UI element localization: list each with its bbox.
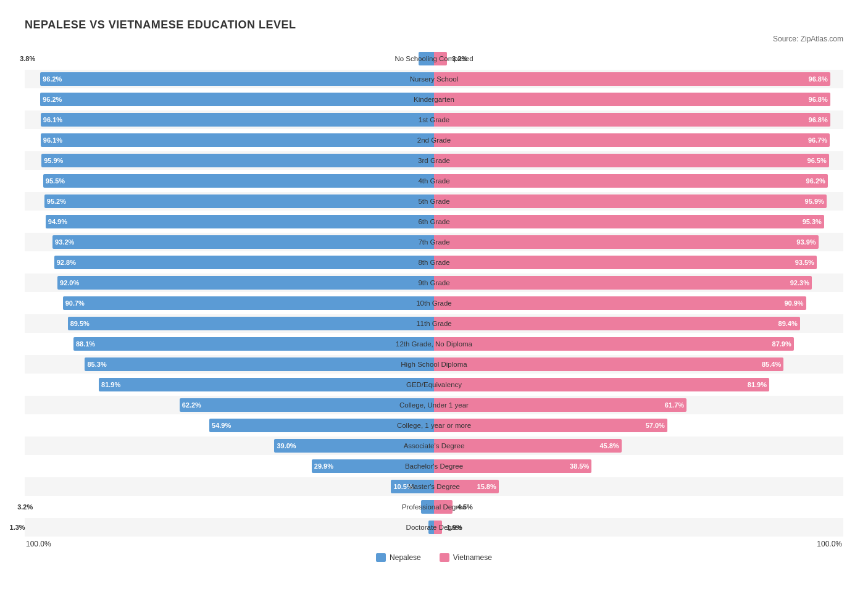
bar-value-right: 85.4% (762, 361, 781, 368)
bar-right: 96.5% (434, 154, 829, 167)
table-row: 54.9%College, 1 year or more57.0% (25, 416, 843, 435)
bar-value-left: 94.9% (48, 218, 67, 225)
right-section: 96.5% (434, 151, 843, 170)
bar-value-right: 96.5% (807, 157, 827, 164)
table-row: 81.9%GED/Equivalency81.9% (25, 375, 843, 394)
bar-right: 96.2% (434, 174, 828, 188)
bar-value-left: 93.2% (55, 238, 74, 246)
bar-right: 15.8% (434, 480, 499, 493)
bar-value-left: 89.5% (70, 320, 90, 327)
bar-value-right: 95.3% (803, 218, 822, 225)
left-section: 96.1% (25, 131, 434, 149)
left-section: 54.9% (25, 416, 434, 435)
left-section: 81.9% (25, 375, 434, 394)
bar-left: 90.7% (63, 296, 434, 310)
bar-value-right: 96.2% (806, 177, 825, 185)
bar-value-left: 92.0% (60, 279, 79, 286)
bar-left: 92.8% (54, 256, 434, 269)
right-section: 85.4% (434, 355, 843, 374)
table-row: 96.1%1st Grade96.8% (25, 111, 843, 129)
bar-right: 57.0% (434, 419, 667, 432)
bar-left: 96.1% (41, 113, 434, 127)
bar-value-left: 39.0% (277, 442, 296, 449)
table-row: 96.2%Kindergarten96.8% (25, 90, 843, 109)
bar-right: 95.9% (434, 194, 827, 208)
bar-value-left: 95.5% (46, 177, 65, 185)
bar-left: 39.0% (274, 439, 434, 453)
bar-value-right: 89.4% (778, 320, 798, 327)
right-section: 95.9% (434, 192, 843, 211)
bar-value-right: 38.5% (570, 462, 589, 470)
bar-right (434, 500, 453, 514)
left-section: 10.5% (25, 477, 434, 496)
table-row: 3.2%Professional Degree4.5% (25, 498, 843, 516)
bar-left: 95.9% (41, 154, 434, 167)
right-section: 89.4% (434, 314, 843, 333)
bar-left: 96.1% (41, 133, 434, 147)
table-row: 96.2%Nursery School96.8% (25, 70, 843, 88)
bar-value-left: 95.9% (44, 157, 63, 164)
left-section: 95.5% (25, 172, 434, 190)
bar-value-right: 90.9% (784, 299, 803, 307)
bar-right: 38.5% (434, 459, 591, 473)
left-section: 96.2% (25, 90, 434, 109)
axis-left: 100.0% (25, 540, 434, 548)
chart-container: NEPALESE VS VIETNAMESE EDUCATION LEVEL S… (12, 12, 856, 568)
bar-left: 92.0% (57, 276, 434, 290)
table-row: 85.3%High School Diploma85.4% (25, 355, 843, 374)
bar-value-left: 95.2% (47, 198, 66, 205)
bar-value-left: 96.1% (43, 116, 62, 123)
right-section: 93.9% (434, 233, 843, 251)
right-section: 95.3% (434, 212, 843, 231)
bar-value-left: 96.2% (43, 96, 62, 103)
bar-left (421, 500, 434, 514)
bar-value-left: 92.8% (57, 259, 76, 266)
bar-right: 96.8% (434, 72, 830, 86)
bar-right: 96.7% (434, 133, 830, 147)
bar-left (419, 52, 434, 65)
right-section: 81.9% (434, 375, 843, 394)
table-row: 92.0%9th Grade92.3% (25, 274, 843, 292)
right-section: 15.8% (434, 477, 843, 496)
left-section: 39.0% (25, 437, 434, 455)
legend-nepalese-label: Nepalese (390, 553, 421, 562)
bar-left: 95.5% (43, 174, 434, 188)
bar-right: 96.8% (434, 113, 830, 127)
source-line: Source: ZipAtlas.com (25, 35, 843, 43)
chart-title: NEPALESE VS VIETNAMESE EDUCATION LEVEL (25, 19, 843, 31)
bar-right: 81.9% (434, 378, 769, 391)
legend-vietnamese-label: Vietnamese (453, 553, 492, 562)
bar-left: 96.2% (40, 72, 434, 86)
bar-right: 45.8% (434, 439, 622, 453)
bar-value-right: 81.9% (748, 381, 767, 388)
legend-vietnamese: Vietnamese (440, 553, 492, 562)
bar-left: 10.5% (391, 480, 434, 493)
table-row: 94.9%6th Grade95.3% (25, 212, 843, 231)
bar-value-right: 93.5% (795, 259, 814, 266)
bar-value-left: 81.9% (101, 381, 120, 388)
bar-right: 95.3% (434, 215, 824, 228)
right-section: 96.8% (434, 111, 843, 129)
bar-value-left: 88.1% (76, 340, 95, 348)
legend-vietnamese-box (440, 553, 449, 562)
left-section: 29.9% (25, 457, 434, 475)
left-section: 95.2% (25, 192, 434, 211)
bar-left: 62.2% (180, 398, 434, 412)
left-section: 85.3% (25, 355, 434, 374)
bar-value-left: 96.1% (43, 136, 62, 144)
table-row: 93.2%7th Grade93.9% (25, 233, 843, 251)
right-section: 96.7% (434, 131, 843, 149)
left-section: 92.8% (25, 253, 434, 272)
axis-right: 100.0% (434, 540, 843, 548)
left-section: 62.2% (25, 396, 434, 414)
bar-value-left-outside: 3.2% (17, 503, 33, 511)
bar-value-right: 96.8% (809, 96, 828, 103)
right-section: 38.5% (434, 457, 843, 475)
bar-value-right: 45.8% (599, 442, 619, 449)
table-row: 96.1%2nd Grade96.7% (25, 131, 843, 149)
right-section: 61.7% (434, 396, 843, 414)
table-row: 10.5%Master's Degree15.8% (25, 477, 843, 496)
bar-right: 61.7% (434, 398, 686, 412)
bar-value-left: 29.9% (314, 462, 333, 470)
bar-left: 89.5% (68, 317, 434, 330)
